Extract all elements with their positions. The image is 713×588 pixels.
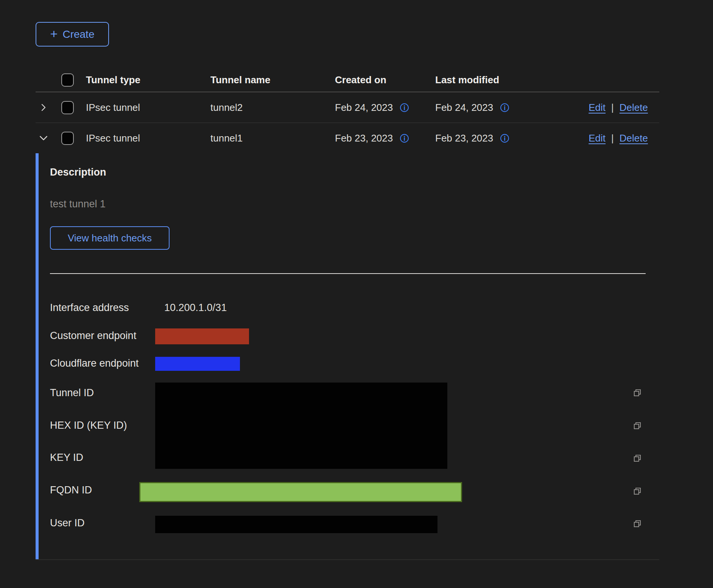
table-row: IPsec tunnel tunnel2 Feb 24, 2023 Feb 24… — [36, 92, 659, 123]
panel-accent-bar — [36, 153, 39, 559]
cloudflare-endpoint-redaction — [155, 357, 240, 371]
header-tunnel-name: Tunnel name — [210, 74, 335, 86]
create-button-label: Create — [62, 28, 94, 40]
panel-divider — [50, 273, 646, 274]
last-modified-cell: Feb 23, 2023 — [435, 132, 583, 144]
customer-endpoint-label: Customer endpoint — [50, 330, 136, 342]
tunnel-id-label: Tunnel ID — [50, 387, 94, 399]
info-icon[interactable] — [400, 134, 409, 143]
info-icon[interactable] — [500, 103, 509, 112]
delete-link[interactable]: Delete — [620, 102, 648, 114]
last-modified-cell: Feb 24, 2023 — [435, 102, 583, 114]
info-icon[interactable] — [500, 134, 509, 143]
chevron-down-icon[interactable] — [37, 132, 50, 145]
table-row: IPsec tunnel tunnel1 Feb 23, 2023 Feb 23… — [36, 123, 659, 153]
created-on-date: Feb 23, 2023 — [335, 132, 393, 144]
copy-icon[interactable] — [632, 486, 642, 496]
header-checkbox-cell — [53, 73, 86, 87]
tunnel-detail-panel: Description test tunnel 1 View health ch… — [36, 152, 659, 560]
customer-endpoint-redaction — [155, 328, 249, 344]
row-checkbox[interactable] — [61, 101, 74, 114]
row-actions-cell: Edit | Delete — [583, 102, 659, 114]
row-checkbox-cell — [53, 101, 86, 114]
table-header-row: Tunnel type Tunnel name Created on Last … — [36, 68, 659, 92]
key-id-label: KEY ID — [50, 452, 83, 464]
tunnel-name-cell: tunnel1 — [210, 132, 335, 144]
delete-link[interactable]: Delete — [620, 132, 648, 144]
chevron-right-icon[interactable] — [37, 101, 50, 114]
row-checkbox-cell — [53, 132, 86, 145]
plus-icon: + — [50, 27, 58, 40]
last-modified-date: Feb 23, 2023 — [435, 132, 493, 144]
info-icon[interactable] — [400, 103, 409, 112]
hex-id-label: HEX ID (KEY ID) — [50, 420, 127, 431]
user-id-label: User ID — [50, 517, 85, 529]
edit-link[interactable]: Edit — [588, 102, 606, 114]
copy-icon[interactable] — [632, 519, 642, 529]
fqdn-id-redaction — [139, 482, 462, 502]
tunnels-table: Tunnel type Tunnel name Created on Last … — [36, 68, 659, 153]
header-last-modified: Last modified — [435, 74, 583, 86]
created-on-cell: Feb 23, 2023 — [335, 132, 435, 144]
interface-address-value: 10.200.1.0/31 — [164, 302, 227, 314]
copy-icon[interactable] — [632, 421, 642, 431]
view-health-checks-button[interactable]: View health checks — [50, 226, 170, 250]
tunnel-type-cell: IPsec tunnel — [86, 132, 210, 144]
ids-redaction-block — [155, 383, 447, 469]
created-on-cell: Feb 24, 2023 — [335, 102, 435, 114]
actions-separator: | — [611, 102, 614, 114]
description-label: Description — [50, 166, 106, 178]
copy-icon[interactable] — [632, 388, 642, 398]
select-all-checkbox[interactable] — [61, 73, 74, 87]
interface-address-label: Interface address — [50, 302, 129, 314]
actions-separator: | — [611, 132, 614, 144]
expander-cell — [36, 132, 53, 145]
row-actions-cell: Edit | Delete — [583, 132, 659, 144]
tunnel-name-cell: tunnel2 — [210, 102, 335, 114]
copy-icon[interactable] — [632, 453, 642, 463]
header-tunnel-type: Tunnel type — [86, 74, 210, 86]
tunnel-type-cell: IPsec tunnel — [86, 102, 210, 114]
create-button[interactable]: + Create — [36, 22, 109, 47]
ipsec-tunnels-page: + Create Tunnel type Tunnel name Created… — [0, 0, 713, 588]
description-value: test tunnel 1 — [50, 198, 106, 210]
edit-link[interactable]: Edit — [588, 132, 606, 144]
created-on-date: Feb 24, 2023 — [335, 102, 393, 114]
row-checkbox[interactable] — [61, 132, 74, 145]
cloudflare-endpoint-label: Cloudflare endpoint — [50, 358, 139, 369]
header-created-on: Created on — [335, 74, 435, 86]
user-id-redaction — [155, 516, 437, 533]
last-modified-date: Feb 24, 2023 — [435, 102, 493, 114]
fqdn-id-label: FQDN ID — [50, 484, 92, 496]
expander-cell — [36, 101, 53, 114]
